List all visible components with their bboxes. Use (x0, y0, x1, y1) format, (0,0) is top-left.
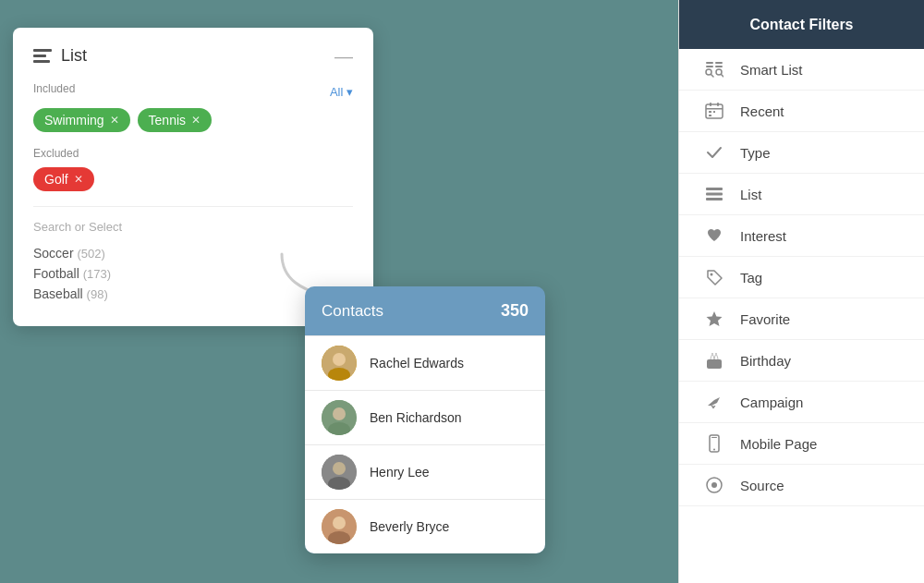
svg-rect-8 (717, 103, 719, 106)
svg-point-31 (333, 462, 346, 475)
contact-name-ben: Ben Richardson (370, 410, 462, 425)
excluded-label: Excluded (33, 147, 353, 160)
sidebar-label-source: Source (740, 478, 784, 493)
sidebar-label-interest: Interest (740, 228, 786, 244)
sport-count: (502) (77, 247, 104, 261)
sidebar-label-favorite: Favorite (740, 311, 790, 327)
svg-rect-7 (710, 103, 711, 106)
svg-rect-10 (709, 111, 711, 113)
sidebar-label-birthday: Birthday (740, 353, 791, 369)
tag-tennis-label: Tennis (149, 113, 186, 128)
sidebar-item-smart-list[interactable]: Smart List (679, 49, 924, 91)
svg-point-25 (333, 353, 346, 366)
sidebar-label-type: Type (740, 145, 771, 161)
svg-rect-11 (713, 111, 715, 113)
sidebar-item-tag[interactable]: Tag (679, 257, 924, 298)
svg-rect-15 (706, 198, 723, 200)
sidebar-item-campaign[interactable]: Campaign (679, 382, 924, 423)
sport-count: (98) (87, 287, 108, 301)
tag-golf-label: Golf (44, 172, 68, 187)
sidebar-label-list: List (740, 187, 761, 202)
mobile-page-icon (701, 434, 727, 453)
all-filter-link[interactable]: All ▾ (330, 85, 353, 99)
avatar-henry (322, 455, 357, 490)
contacts-title: Contacts (322, 302, 383, 321)
tag-golf[interactable]: Golf ✕ (33, 167, 94, 191)
list-icon (701, 185, 727, 203)
tag-tennis-remove[interactable]: ✕ (191, 114, 201, 127)
avatar-ben (322, 400, 357, 435)
contacts-header: Contacts 350 (305, 286, 545, 335)
contact-item-1[interactable]: Rachel Edwards (305, 335, 545, 390)
svg-rect-17 (707, 359, 722, 369)
svg-rect-2 (715, 62, 723, 64)
list-card-header: List — (33, 46, 353, 66)
excluded-tags: Golf ✕ (33, 167, 353, 191)
list-card-icon (33, 49, 52, 63)
contact-name-beverly: Beverly Bryce (370, 519, 449, 534)
tag-tennis[interactable]: Tennis ✕ (138, 108, 212, 132)
sport-name: Football (33, 266, 79, 281)
included-label: Included (33, 82, 75, 95)
tag-swimming-label: Swimming (44, 113, 104, 128)
svg-point-28 (333, 407, 346, 420)
contact-item-4[interactable]: Beverly Bryce (305, 499, 545, 553)
contact-item-2[interactable]: Ben Richardson (305, 390, 545, 444)
svg-point-22 (711, 482, 717, 488)
svg-rect-14 (706, 193, 723, 196)
sidebar-label-campaign: Campaign (740, 395, 803, 410)
sport-count: (173) (83, 267, 111, 281)
svg-rect-3 (715, 66, 723, 67)
list-card-title: List (33, 46, 87, 66)
svg-rect-12 (709, 115, 711, 116)
smart-list-icon (701, 60, 727, 79)
recent-icon (701, 102, 727, 120)
type-icon (701, 143, 727, 162)
list-title-text: List (61, 46, 87, 66)
sidebar-label-mobile-page: Mobile Page (740, 436, 817, 452)
sidebar-title: Contact Filters (749, 17, 853, 33)
sidebar-item-type[interactable]: Type (679, 132, 924, 174)
sidebar-item-birthday[interactable]: Birthday (679, 340, 924, 382)
svg-rect-0 (706, 62, 713, 64)
included-tags: Swimming ✕ Tennis ✕ (33, 108, 353, 132)
included-row: Included All ▾ (33, 82, 353, 103)
sidebar-item-mobile-page[interactable]: Mobile Page (679, 423, 924, 465)
avatar-beverly (322, 509, 357, 544)
sidebar-item-list[interactable]: List (679, 174, 924, 215)
tag-swimming[interactable]: Swimming ✕ (33, 108, 130, 132)
tag-golf-remove[interactable]: ✕ (74, 173, 83, 186)
svg-rect-9 (706, 108, 723, 110)
interest-icon (701, 226, 727, 245)
contact-name-henry: Henry Lee (370, 465, 430, 480)
svg-rect-1 (706, 66, 713, 67)
contacts-card: Contacts 350 Rachel Edwards Ben Richards… (305, 286, 545, 553)
svg-rect-13 (706, 188, 723, 190)
source-icon (701, 476, 727, 494)
sidebar-header: Contact Filters (679, 0, 924, 49)
svg-rect-20 (711, 437, 717, 438)
sidebar-item-recent[interactable]: Recent (679, 91, 924, 132)
contact-name-rachel: Rachel Edwards (370, 356, 464, 370)
contacts-count: 350 (501, 301, 529, 321)
sport-name: Soccer (33, 246, 74, 261)
birthday-icon (701, 351, 727, 370)
svg-point-34 (333, 516, 346, 529)
campaign-icon (701, 393, 727, 411)
sidebar-label-smart-list: Smart List (740, 62, 803, 78)
tag-swimming-remove[interactable]: ✕ (110, 114, 119, 127)
sidebar-item-interest[interactable]: Interest (679, 215, 924, 257)
contact-item-3[interactable]: Henry Lee (305, 444, 545, 499)
sidebar-label-recent: Recent (740, 103, 784, 119)
favorite-icon (701, 310, 727, 328)
avatar-rachel (322, 346, 357, 381)
search-or-select[interactable]: Search or Select (33, 206, 353, 234)
sidebar-label-tag: Tag (740, 270, 762, 285)
contact-filters-sidebar: Contact Filters Smart List (678, 0, 924, 583)
sidebar-item-source[interactable]: Source (679, 465, 924, 506)
tag-icon (701, 268, 727, 286)
sidebar-item-favorite[interactable]: Favorite (679, 298, 924, 340)
sport-name: Baseball (33, 286, 83, 301)
minimize-button[interactable]: — (334, 47, 353, 66)
svg-point-19 (713, 449, 715, 451)
